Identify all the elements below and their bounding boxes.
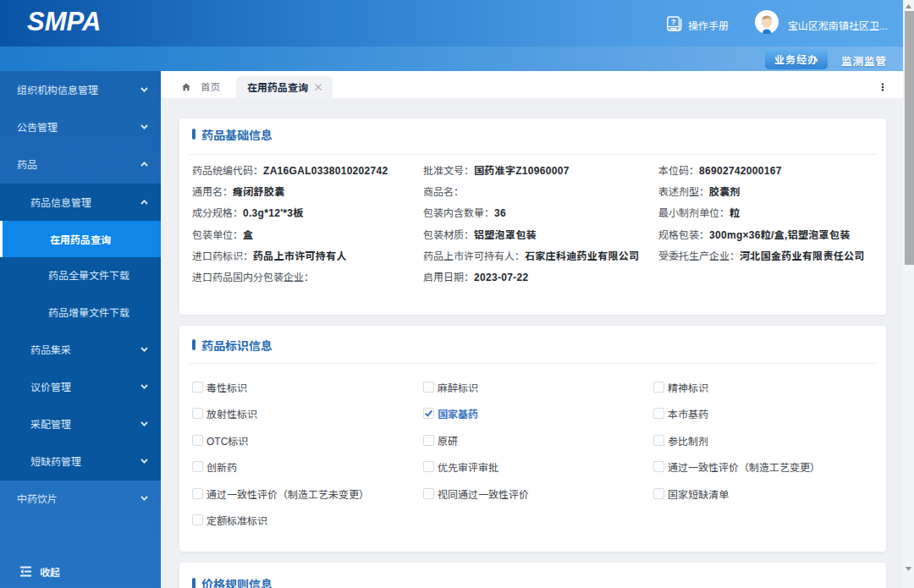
svg-text:?: ? — [671, 17, 676, 26]
